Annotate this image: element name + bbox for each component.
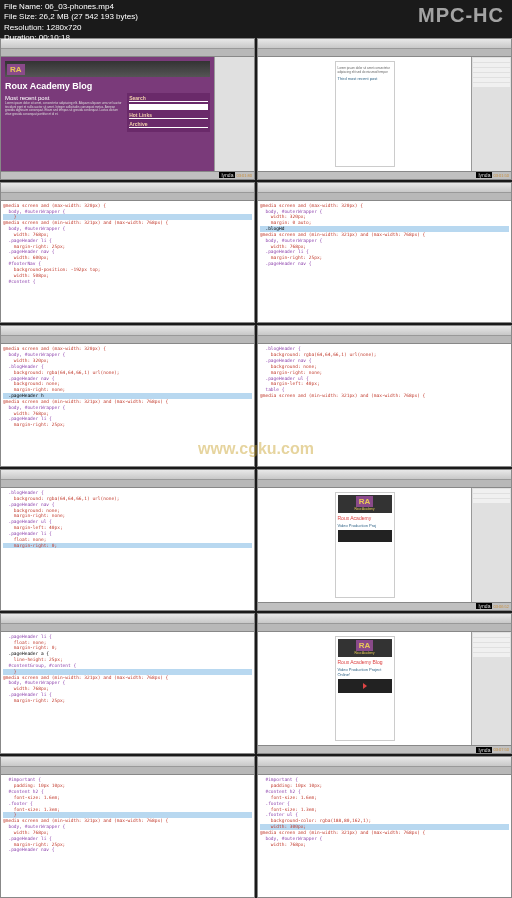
code-editor[interactable]: #important { padding: 10px 10px; #conten… [258, 775, 511, 898]
dreamweaver-toolbar [258, 326, 511, 336]
dreamweaver-tabs [1, 193, 254, 201]
mobile-subtitle2: Video Production Project Online! [338, 667, 392, 677]
ra-logo: RA [7, 64, 25, 75]
thumbnail-9[interactable]: .pageHeader li { float: none; margin-rig… [0, 613, 255, 755]
dreamweaver-toolbar [1, 614, 254, 624]
play-icon [363, 683, 367, 689]
dreamweaver-tabs [1, 336, 254, 344]
code-editor[interactable]: @media screen and (max-width: 320px) { b… [1, 344, 254, 467]
search-heading: Search [129, 95, 208, 102]
thumbnail-6[interactable]: .blogHeader { background: rgba(64,64,66,… [257, 325, 512, 467]
mobile-preview-ra: RA Roux Academy Roux Academy Video Produ… [335, 492, 395, 598]
code-editor[interactable]: @media screen and (max-width: 320px) { b… [258, 201, 511, 324]
thumbnail-1[interactable]: RA Roux Academy Blog Most recent post Lo… [0, 38, 255, 180]
file-info: File Name: 06_03-phones.mp4 File Size: 2… [4, 2, 138, 44]
dreamweaver-tabs [1, 480, 254, 488]
mobile-preview: Lorem ipsum dolor sit amet consectetur a… [335, 61, 395, 167]
dreamweaver-toolbar [258, 757, 511, 767]
thumbnail-2[interactable]: Lorem ipsum dolor sit amet consectetur a… [257, 38, 512, 180]
thumbnail-11[interactable]: #important { padding: 10px 10px; #conten… [0, 756, 255, 898]
mobile-brand-title: Roux Academy [338, 515, 392, 521]
filesize: File Size: 26,2 MB (27 542 193 bytes) [4, 12, 138, 22]
ra-logo-mobile: RA [356, 496, 374, 507]
blog-preview-desktop: RA Roux Academy Blog Most recent post Lo… [1, 57, 214, 171]
thumbnail-4[interactable]: @media screen and (max-width: 320px) { b… [257, 182, 512, 324]
dreamweaver-toolbar [1, 326, 254, 336]
video-thumb [338, 530, 392, 542]
mobile-lorem: Lorem ipsum dolor sit amet consectetur a… [338, 66, 392, 74]
code-editor[interactable]: .pageHeader li { float: none; margin-rig… [1, 632, 254, 755]
filename: File Name: 06_03-phones.mp4 [4, 2, 138, 12]
code-editor[interactable]: .blogHeader { background: rgba(64,64,66,… [258, 344, 511, 467]
resolution: Resolution: 1280x720 [4, 23, 138, 33]
dreamweaver-tabs [1, 49, 254, 57]
dreamweaver-toolbar [258, 39, 511, 49]
lorem-text: Lorem ipsum dolor sit amet, consectetur … [5, 102, 123, 116]
timecode: 03:01:50 [493, 173, 509, 178]
thumbnail-8[interactable]: RA Roux Academy Roux Academy Video Produ… [257, 469, 512, 611]
dreamweaver-toolbar [1, 757, 254, 767]
thumbnail-3[interactable]: @media screen and (max-width: 320px) { b… [0, 182, 255, 324]
thumbnail-7[interactable]: .blogHeader { background: rgba(64,64,66,… [0, 469, 255, 611]
dreamweaver-tabs [258, 336, 511, 344]
lynda-brand: lynda [476, 603, 492, 609]
dreamweaver-toolbar [258, 183, 511, 193]
dreamweaver-toolbar [1, 470, 254, 480]
lynda-brand: lynda [476, 747, 492, 753]
duration: Duration: 00:10:18 [4, 33, 138, 43]
blog-title: Roux Academy Blog [5, 81, 210, 91]
dreamweaver-tabs [258, 767, 511, 775]
mobile-subtitle: Video Production Proj [338, 523, 392, 528]
dreamweaver-tabs [1, 624, 254, 632]
hotlinks-heading: Hot Links [129, 112, 208, 119]
dreamweaver-panels [214, 57, 254, 171]
dreamweaver-panels [471, 488, 511, 602]
code-editor[interactable]: #important { padding: 10px 10px; #conten… [1, 775, 254, 898]
third-post: Third most recent post [338, 76, 392, 81]
thumbnail-5[interactable]: @media screen and (max-width: 320px) { b… [0, 325, 255, 467]
mobile-blog-title: Roux Academy Blog [338, 659, 392, 665]
dreamweaver-toolbar [258, 470, 511, 480]
dreamweaver-tabs [258, 49, 511, 57]
code-editor[interactable]: @media screen and (max-width: 320px) { b… [1, 201, 254, 324]
lynda-brand: lynda [219, 172, 235, 178]
lynda-brand: lynda [476, 172, 492, 178]
dreamweaver-toolbar [1, 183, 254, 193]
dreamweaver-tabs [1, 767, 254, 775]
thumbnail-12[interactable]: #important { padding: 10px 10px; #conten… [257, 756, 512, 898]
code-editor[interactable]: .blogHeader { background: rgba(64,64,66,… [1, 488, 254, 611]
thumbnail-grid: RA Roux Academy Blog Most recent post Lo… [0, 0, 512, 898]
archive-heading: Archive [129, 121, 208, 128]
dreamweaver-toolbar [258, 614, 511, 624]
dreamweaver-tabs [258, 624, 511, 632]
dreamweaver-panels [471, 632, 511, 746]
video-thumb [338, 679, 392, 693]
dreamweaver-panels [471, 57, 511, 171]
mobile-preview-blog: RA Roux Academy Roux Academy Blog Video … [335, 636, 395, 742]
search-input[interactable] [129, 104, 208, 110]
dreamweaver-tabs [258, 480, 511, 488]
timecode: 03:07:50 [493, 747, 509, 752]
ra-logo-mobile: RA [356, 640, 374, 651]
timecode: 03:01:80 [236, 173, 252, 178]
dreamweaver-tabs [258, 193, 511, 201]
thumbnail-10[interactable]: RA Roux Academy Roux Academy Blog Video … [257, 613, 512, 755]
player-logo: MPC-HC [418, 4, 504, 27]
timecode: 03:06:52 [493, 604, 509, 609]
